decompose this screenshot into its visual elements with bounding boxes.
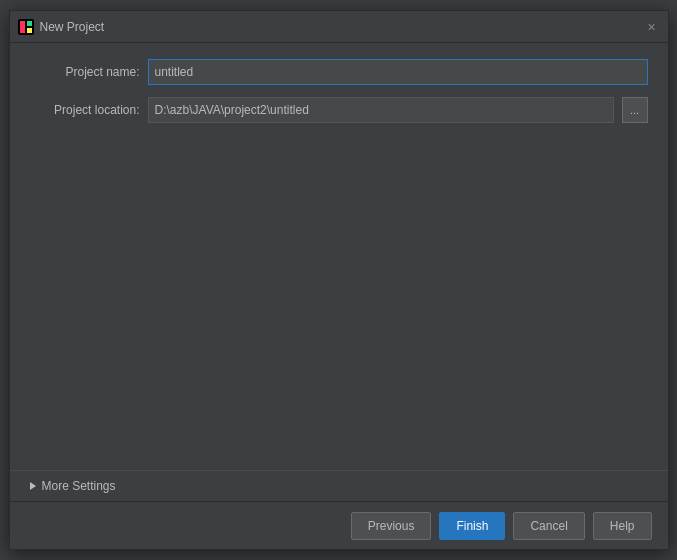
svg-rect-1 xyxy=(20,21,25,33)
svg-rect-2 xyxy=(27,21,32,26)
previous-button[interactable]: Previous xyxy=(351,512,432,540)
project-location-label: Project location: xyxy=(30,103,140,117)
finish-button[interactable]: Finish xyxy=(439,512,505,540)
title-bar: New Project × xyxy=(10,11,668,43)
svg-rect-3 xyxy=(27,28,32,33)
more-settings-label: More Settings xyxy=(42,479,116,493)
expand-icon xyxy=(30,482,36,490)
dialog-content: Project name: Project location: ... xyxy=(10,43,668,470)
project-name-row: Project name: xyxy=(30,59,648,85)
project-location-input[interactable] xyxy=(148,97,614,123)
help-button[interactable]: Help xyxy=(593,512,652,540)
browse-button[interactable]: ... xyxy=(622,97,648,123)
content-spacer xyxy=(30,135,648,454)
project-name-label: Project name: xyxy=(30,65,140,79)
new-project-dialog: New Project × Project name: Project loca… xyxy=(9,10,669,550)
project-name-input[interactable] xyxy=(148,59,648,85)
app-icon xyxy=(18,19,34,35)
cancel-button[interactable]: Cancel xyxy=(513,512,584,540)
more-settings-section[interactable]: More Settings xyxy=(10,470,668,501)
close-button[interactable]: × xyxy=(644,19,660,35)
title-bar-left: New Project xyxy=(18,19,105,35)
project-location-row: Project location: ... xyxy=(30,97,648,123)
dialog-title: New Project xyxy=(40,20,105,34)
dialog-footer: Previous Finish Cancel Help xyxy=(10,501,668,549)
